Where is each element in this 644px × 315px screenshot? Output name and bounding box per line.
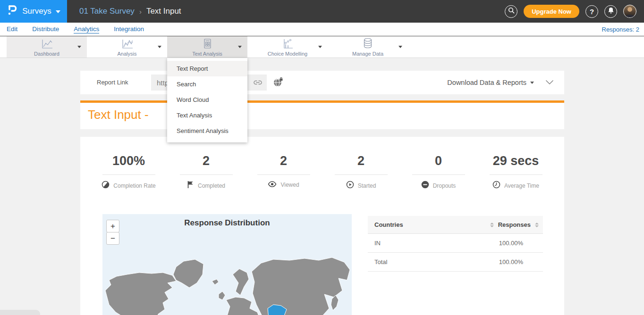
nav-item-distribute[interactable]: Distribute bbox=[32, 25, 59, 33]
tab-label: Choice Modelling bbox=[268, 51, 307, 57]
status-tooltip bbox=[0, 310, 40, 315]
menu-item-word-cloud[interactable]: Word Cloud bbox=[167, 92, 247, 108]
tab-label: Analysis bbox=[118, 51, 137, 57]
menu-item-search[interactable]: Search bbox=[167, 76, 247, 92]
divider bbox=[102, 174, 155, 175]
map-zoom-controls: + − bbox=[106, 220, 119, 245]
page-title: Text Input - bbox=[88, 108, 149, 122]
chevron-down-icon bbox=[77, 46, 81, 48]
topbar: Surveys 01 Take Survey › Text Input Upgr… bbox=[0, 0, 644, 23]
countries-table: Countries Responses IN 100.00% Total 100… bbox=[368, 216, 543, 272]
stat-completed: 2 Completed bbox=[168, 154, 245, 191]
clock-icon bbox=[492, 181, 500, 191]
divider bbox=[412, 174, 465, 175]
chevron-down-icon bbox=[158, 46, 161, 48]
minus-circle-icon bbox=[421, 181, 429, 191]
question-mark-icon: ? bbox=[590, 8, 594, 16]
nav-item-analytics[interactable]: Analytics bbox=[74, 25, 99, 33]
notifications-button[interactable] bbox=[604, 5, 617, 18]
flag-icon bbox=[187, 181, 194, 191]
stat-value: 2 bbox=[357, 154, 364, 168]
user-avatar[interactable] bbox=[623, 5, 636, 18]
divider bbox=[257, 174, 310, 175]
zoom-out-button[interactable]: − bbox=[106, 232, 119, 245]
menu-item-sentiment-analysis[interactable]: Sentiment Analysis bbox=[167, 123, 247, 139]
app-screen: Surveys 01 Take Survey › Text Input Upgr… bbox=[0, 0, 644, 315]
stat-label: Completed bbox=[198, 182, 225, 189]
stat-started: 2 Started bbox=[322, 154, 400, 191]
chevron-down-icon bbox=[398, 46, 402, 48]
countries-table-header: Countries Responses bbox=[368, 216, 543, 234]
stat-label: Dropouts bbox=[433, 182, 456, 189]
collapse-chevron-icon[interactable] bbox=[545, 79, 554, 87]
divider bbox=[335, 174, 388, 175]
column-header-responses[interactable]: Responses bbox=[498, 221, 531, 228]
stat-label: Completion Rate bbox=[113, 182, 155, 189]
questionpro-logo-icon bbox=[7, 3, 18, 19]
chevron-down-icon bbox=[530, 82, 534, 84]
analytics-main-card: 100% Completion Rate 2 Completed bbox=[80, 137, 564, 315]
stat-label: Started bbox=[358, 182, 376, 189]
tab-label: Dashboard bbox=[34, 51, 59, 57]
tab-dashboard[interactable]: Dashboard bbox=[7, 36, 87, 58]
globe-lock-icon[interactable] bbox=[273, 77, 283, 89]
download-data-reports-dropdown[interactable]: Download Data & Reports bbox=[447, 71, 534, 94]
zoom-in-button[interactable]: + bbox=[106, 220, 119, 232]
menu-item-text-analysis[interactable]: Text Analysis bbox=[167, 108, 247, 123]
analytics-toolbar: Dashboard Analysis Text Analysis Choice … bbox=[0, 36, 644, 58]
report-link-bar: Report Link Download Data & Reports bbox=[80, 71, 564, 94]
choice-chart-icon bbox=[280, 38, 295, 50]
divider bbox=[180, 174, 233, 175]
stat-value: 2 bbox=[203, 154, 210, 168]
tab-text-analysis[interactable]: Text Analysis bbox=[167, 36, 247, 58]
help-button[interactable]: ? bbox=[585, 5, 598, 18]
chevron-down-icon bbox=[318, 46, 322, 48]
brand-menu[interactable]: Surveys bbox=[0, 0, 67, 23]
tab-analysis[interactable]: Analysis bbox=[87, 36, 167, 58]
text-analysis-dropdown-menu: Text Report Search Word Cloud Text Analy… bbox=[167, 58, 247, 142]
breadcrumb-current-page: Text Input bbox=[146, 7, 181, 16]
search-icon bbox=[508, 7, 515, 16]
breadcrumb: 01 Take Survey › Text Input bbox=[79, 7, 181, 16]
tab-label: Manage Data bbox=[352, 51, 383, 57]
breadcrumb-separator: › bbox=[139, 8, 142, 16]
column-header-countries[interactable]: Countries bbox=[368, 221, 403, 228]
sort-icon[interactable] bbox=[490, 223, 494, 227]
line-chart-icon bbox=[40, 38, 54, 50]
country-code: IN bbox=[368, 240, 381, 247]
world-map bbox=[102, 254, 352, 315]
database-icon bbox=[362, 38, 373, 50]
stat-value: 29 secs bbox=[493, 154, 539, 168]
chevron-down-icon bbox=[238, 46, 242, 48]
nav-item-edit[interactable]: Edit bbox=[7, 25, 17, 33]
breadcrumb-survey-link[interactable]: 01 Take Survey bbox=[79, 7, 135, 16]
text-report-icon bbox=[201, 38, 213, 50]
menu-item-text-report[interactable]: Text Report bbox=[167, 61, 247, 76]
search-button[interactable] bbox=[505, 5, 517, 18]
map-title: Response Distribution bbox=[102, 218, 352, 228]
response-distribution-map[interactable]: Response Distribution + − bbox=[102, 214, 352, 315]
bell-icon bbox=[608, 7, 614, 16]
pie-icon bbox=[102, 181, 110, 191]
tab-manage-data[interactable]: Manage Data bbox=[328, 36, 408, 58]
stat-completion-rate: 100% Completion Rate bbox=[90, 154, 168, 191]
response-percent: 100.00% bbox=[499, 240, 543, 247]
stat-value: 2 bbox=[280, 154, 287, 168]
question-title-card: Text Input - bbox=[80, 103, 564, 129]
stat-dropouts: 0 Dropouts bbox=[400, 154, 477, 191]
chevron-down-icon bbox=[56, 10, 60, 13]
nav-item-integration[interactable]: Integration bbox=[114, 25, 144, 33]
response-percent: 100.00% bbox=[499, 258, 543, 265]
link-icon[interactable] bbox=[251, 79, 267, 86]
brand-label: Surveys bbox=[22, 7, 51, 16]
stat-average-time: 29 secs Average Time bbox=[477, 154, 555, 191]
download-label: Download Data & Reports bbox=[447, 79, 526, 86]
stat-value: 0 bbox=[435, 154, 442, 168]
stat-value: 100% bbox=[112, 154, 145, 168]
responses-count: Responses: 2 bbox=[602, 26, 644, 33]
sort-icon[interactable] bbox=[535, 223, 539, 227]
eye-icon bbox=[268, 181, 277, 189]
upgrade-now-button[interactable]: Upgrade Now bbox=[524, 5, 579, 18]
table-row: IN 100.00% bbox=[368, 234, 543, 253]
tab-choice-modelling[interactable]: Choice Modelling bbox=[247, 36, 328, 58]
